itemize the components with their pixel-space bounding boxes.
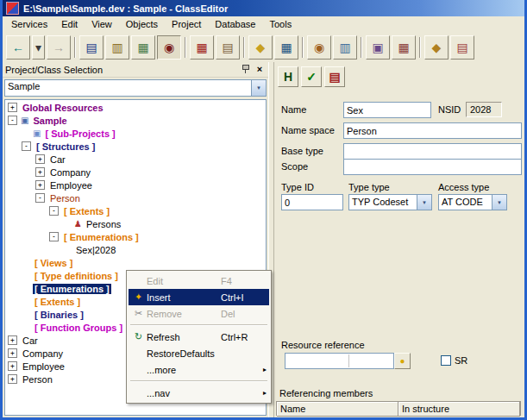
tree-item[interactable]: +Company <box>5 166 266 179</box>
close-icon[interactable]: × <box>254 64 266 75</box>
menu-item-label: ...nav <box>147 388 257 398</box>
detail-toolbar: H✓▤ <box>278 66 348 87</box>
menubar-item-view[interactable]: View <box>85 17 119 32</box>
collapse-icon[interactable]: - <box>49 232 59 241</box>
revert-tool-button[interactable]: ▤ <box>324 66 345 87</box>
tree-item[interactable]: -▣Sample <box>5 114 266 127</box>
column-header-in-structure[interactable]: In structure <box>398 402 520 417</box>
context-menu-item-remove[interactable]: ✂RemoveDel <box>129 305 269 322</box>
namespace-input[interactable] <box>343 122 522 139</box>
menu-item-label: Edit <box>147 276 214 286</box>
chevron-down-icon[interactable]: ▼ <box>417 195 431 210</box>
sheet-button[interactable]: ▥ <box>333 35 357 60</box>
project-tree-button[interactable]: ▤ <box>79 35 104 60</box>
tree-item[interactable]: -[ Extents ] <box>5 204 266 217</box>
app-icon[interactable] <box>6 2 19 15</box>
database-button[interactable]: ▦ <box>392 35 416 60</box>
apply-tool-button[interactable]: ✓ <box>301 66 322 87</box>
tree-item[interactable]: -[ Enumerations ] <box>5 230 266 243</box>
expand-icon[interactable]: + <box>8 361 17 371</box>
binder-button[interactable]: ◆ <box>248 35 273 60</box>
tree-item-label: Sex|2028 <box>74 245 117 255</box>
type-id-input[interactable] <box>281 194 343 210</box>
tree-item-label: Car <box>21 335 40 346</box>
collapse-icon[interactable]: - <box>8 116 17 125</box>
table-key-button[interactable]: ◆ <box>424 35 449 60</box>
collapse-icon[interactable]: - <box>22 141 31 151</box>
context-menu-item-nav[interactable]: ...nav▸ <box>129 385 269 401</box>
context-menu-item-more[interactable]: ...more▸ <box>129 361 269 378</box>
column-header-name[interactable]: Name <box>277 402 398 417</box>
binder-icon: ◆ <box>256 41 266 53</box>
factory-button[interactable]: ▤ <box>216 35 240 60</box>
project-icon: ▣ <box>21 116 28 125</box>
tree-item[interactable]: [ Views ] <box>5 256 266 269</box>
collapse-icon[interactable]: - <box>49 206 59 216</box>
tree-item[interactable]: Sex|2028 <box>5 243 266 256</box>
expand-icon[interactable]: + <box>35 154 45 164</box>
edit-sheet-button[interactable]: ▦ <box>131 35 155 60</box>
nav-back-icon: ← <box>12 41 24 53</box>
report-button[interactable]: ▤ <box>450 35 474 60</box>
tree-item-label: [ Extents ] <box>62 206 111 216</box>
access-type-dropdown[interactable]: AT CODE ▼ <box>438 194 507 210</box>
menubar-item-database[interactable]: Database <box>208 17 262 32</box>
project-tree-icon: ▤ <box>85 41 97 53</box>
tree-item[interactable]: +Employee <box>5 179 266 191</box>
expand-icon[interactable]: + <box>8 103 17 112</box>
expand-icon[interactable]: + <box>8 335 17 345</box>
context-menu-item-restoredefaults[interactable]: RestoreDefaults <box>129 345 269 361</box>
tree-item[interactable]: ▣[ Sub-Projects ] <box>5 127 266 140</box>
tree-item-label: [ Enumerations ] <box>33 284 111 294</box>
scope-input[interactable] <box>343 159 522 175</box>
sr-checkbox[interactable] <box>441 355 451 366</box>
insert-icon: ✦ <box>130 292 147 302</box>
referencing-members-table: Name In structure <box>276 401 521 416</box>
editor-button[interactable]: ▣ <box>366 35 390 60</box>
type-type-dropdown[interactable]: TYP Codeset ▼ <box>348 194 432 210</box>
nav-forward-button[interactable]: → <box>47 35 71 60</box>
nav-back-button[interactable]: ← <box>6 35 30 60</box>
resource-reference-input[interactable] <box>285 353 394 369</box>
tree-item-label: Global Resources <box>21 103 105 113</box>
expand-icon[interactable]: + <box>35 180 45 190</box>
chevron-down-icon[interactable]: ▼ <box>492 195 506 210</box>
notes-button[interactable]: ▥ <box>105 35 129 60</box>
menubar-item-tools[interactable]: Tools <box>262 17 298 32</box>
resource-browse-button[interactable]: ● <box>394 353 411 369</box>
grid-button[interactable]: ▦ <box>274 35 298 60</box>
structure-icon: ▦ <box>196 41 207 53</box>
titlebar[interactable]: E:\Sample\Sample.dev : Sample - ClassEdi… <box>3 0 524 16</box>
tree-item-label: Employee <box>48 180 94 191</box>
project-combobox[interactable]: Sample ▼ <box>4 79 267 97</box>
context-menu-item-refresh[interactable]: ↻RefreshCtrl+R <box>129 329 269 345</box>
name-input[interactable] <box>343 102 431 118</box>
base-type-input[interactable] <box>343 143 522 160</box>
expand-icon[interactable]: + <box>35 167 45 177</box>
tree-item-label: [ Sub-Projects ] <box>43 129 116 139</box>
context-menu-item-insert[interactable]: ✦InsertCtrl+I <box>129 289 269 305</box>
menubar-item-services[interactable]: Services <box>4 17 54 32</box>
nav-back-dropdown[interactable]: ▾ <box>32 35 45 60</box>
context-menu-item-edit[interactable]: EditF4 <box>129 273 269 289</box>
tree-item[interactable]: -Person <box>5 191 266 204</box>
menubar-item-project[interactable]: Project <box>165 17 208 32</box>
expand-icon[interactable]: + <box>8 348 17 358</box>
menubar-item-edit[interactable]: Edit <box>54 17 85 32</box>
chevron-down-icon[interactable]: ▼ <box>251 80 266 96</box>
toolbar: ←▾→▤▥▦◉▦▤◆▦◉▥▣▦◆▤ <box>3 32 524 63</box>
pin-icon[interactable] <box>240 64 252 75</box>
history-tool-button[interactable]: H <box>278 66 298 87</box>
collapse-icon[interactable]: - <box>35 193 45 203</box>
query-button[interactable]: ◉ <box>307 35 331 60</box>
menubar-item-objects[interactable]: Objects <box>119 17 165 32</box>
tree-item[interactable]: +Car <box>5 153 266 166</box>
type-type-label: Type type <box>348 182 390 192</box>
tree-item[interactable]: -[ Structures ] <box>5 140 266 153</box>
grid-icon: ▦ <box>280 41 292 53</box>
tree-item[interactable]: ♟Persons <box>5 217 266 230</box>
structure-button[interactable]: ▦ <box>190 35 214 60</box>
expand-icon[interactable]: + <box>8 374 17 384</box>
tree-item[interactable]: +Global Resources <box>5 101 266 114</box>
class-view-button[interactable]: ◉ <box>157 35 181 60</box>
